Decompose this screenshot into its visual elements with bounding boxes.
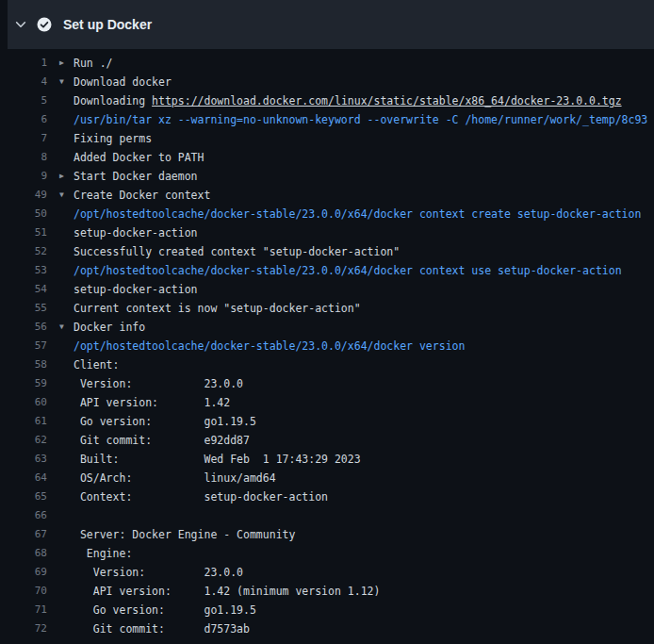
log-command-text: /opt/hostedtoolcache/docker-stable/23.0.…: [74, 207, 641, 221]
log-line: 9▶Start Docker daemon: [0, 167, 654, 186]
log-line: 5Downloading https://download.docker.com…: [0, 91, 654, 110]
check-circle-icon: [37, 17, 52, 32]
log-line: 61 Go version: go1.19.5: [0, 412, 654, 431]
log-text: /opt/hostedtoolcache/docker-stable/23.0.…: [74, 205, 654, 223]
log-line: 51setup-docker-action: [0, 223, 654, 242]
log-group-header[interactable]: ▼Download docker: [74, 73, 654, 91]
log-text-segment: Client:: [74, 358, 119, 372]
line-number[interactable]: 67: [0, 525, 47, 544]
line-number[interactable]: 64: [0, 469, 47, 487]
line-number[interactable]: 54: [0, 280, 47, 299]
log-line: 58Client:: [0, 355, 654, 374]
line-number[interactable]: 55: [0, 299, 47, 318]
line-number[interactable]: 72: [0, 619, 47, 638]
line-number[interactable]: 51: [0, 223, 47, 242]
log-command-text: /usr/bin/tar xz --warning=no-unknown-key…: [74, 113, 647, 126]
log-command-text: /opt/hostedtoolcache/docker-stable/23.0.…: [74, 264, 622, 277]
log-link[interactable]: https://download.docker.com/linux/static…: [152, 94, 622, 107]
step-header[interactable]: Set up Docker: [0, 0, 654, 49]
log-text: Version: 23.0.0: [74, 374, 654, 393]
log-text: Go version: go1.19.5: [74, 601, 654, 619]
line-number[interactable]: 63: [0, 450, 47, 469]
chevron-down-icon[interactable]: [14, 18, 27, 31]
line-number[interactable]: 58: [0, 355, 47, 374]
line-number[interactable]: 4: [0, 73, 47, 91]
log-text-segment: Version: 23.0.0: [74, 566, 243, 579]
log-line: 54setup-docker-action: [0, 280, 654, 299]
line-number[interactable]: 60: [0, 393, 47, 412]
log-text: Client:: [74, 355, 654, 374]
group-title: Docker info: [74, 321, 145, 334]
log-text: Version: 23.0.0: [74, 563, 654, 582]
log-text: Engine:: [74, 544, 654, 563]
line-number[interactable]: 53: [0, 261, 47, 280]
log-area: 1▶Run ./4▼Download docker5Downloading ht…: [0, 49, 654, 638]
triangle-right-icon[interactable]: ▶: [59, 54, 64, 73]
log-line: 4▼Download docker: [0, 73, 654, 91]
line-number[interactable]: 57: [0, 337, 47, 355]
line-number[interactable]: 62: [0, 431, 47, 450]
log-line: 63 Built: Wed Feb 1 17:43:29 2023: [0, 450, 654, 469]
log-text: API version: 1.42: [74, 393, 654, 412]
log-line: 70 API version: 1.42 (minimum version 1.…: [0, 582, 654, 601]
log-text-segment: Go version: go1.19.5: [74, 603, 256, 617]
log-text-segment: API version: 1.42: [74, 396, 230, 409]
log-text-segment: Added Docker to PATH: [74, 151, 204, 164]
line-number[interactable]: 7: [0, 129, 47, 148]
line-number[interactable]: 6: [0, 110, 47, 129]
log-text: Successfully created context "setup-dock…: [74, 242, 654, 261]
line-number[interactable]: 50: [0, 205, 47, 223]
log-command-text: /opt/hostedtoolcache/docker-stable/23.0.…: [74, 339, 465, 353]
log-text: Go version: go1.19.5: [74, 412, 654, 431]
log-line: 52Successfully created context "setup-do…: [0, 242, 654, 261]
line-number[interactable]: 70: [0, 582, 47, 601]
log-text-segment: Git commit: d7573ab: [74, 622, 250, 636]
log-line: 62 Git commit: e92dd87: [0, 431, 654, 450]
line-number[interactable]: 52: [0, 242, 47, 261]
line-number[interactable]: 66: [0, 506, 47, 525]
triangle-down-icon[interactable]: ▼: [59, 73, 64, 91]
line-number[interactable]: 68: [0, 544, 47, 563]
group-title: Start Docker daemon: [74, 170, 198, 183]
triangle-down-icon[interactable]: ▼: [59, 186, 64, 205]
log-text: setup-docker-action: [74, 223, 654, 242]
triangle-down-icon[interactable]: ▼: [59, 318, 64, 337]
log-text: Git commit: d7573ab: [74, 619, 654, 638]
log-line: 64 OS/Arch: linux/amd64: [0, 469, 654, 487]
line-number[interactable]: 61: [0, 412, 47, 431]
log-text-segment: API version: 1.42 (minimum version 1.12): [74, 585, 380, 598]
log-text-segment: setup-docker-action: [74, 283, 198, 296]
log-group-header[interactable]: ▼Docker info: [74, 318, 654, 337]
line-number[interactable]: 9: [0, 167, 47, 186]
step-log-viewer: Set up Docker 1▶Run ./4▼Download docker5…: [0, 0, 654, 638]
log-group-header[interactable]: ▶Run ./: [74, 54, 654, 73]
log-line: 57/opt/hostedtoolcache/docker-stable/23.…: [0, 337, 654, 355]
line-number[interactable]: 5: [0, 91, 47, 110]
log-text-segment: Current context is now "setup-docker-act…: [74, 302, 361, 315]
log-text: Fixing perms: [74, 129, 654, 148]
line-number[interactable]: 56: [0, 318, 47, 337]
line-number[interactable]: 71: [0, 601, 47, 619]
line-number[interactable]: 65: [0, 487, 47, 506]
log-line: 50/opt/hostedtoolcache/docker-stable/23.…: [0, 205, 654, 223]
log-line: 8Added Docker to PATH: [0, 148, 654, 167]
log-line: 71 Go version: go1.19.5: [0, 601, 654, 619]
line-number[interactable]: 69: [0, 563, 47, 582]
line-number[interactable]: 8: [0, 148, 47, 167]
triangle-right-icon[interactable]: ▶: [59, 167, 64, 186]
log-text-segment: Fixing perms: [74, 132, 152, 145]
log-line: 69 Version: 23.0.0: [0, 563, 654, 582]
log-group-header[interactable]: ▶Start Docker daemon: [74, 167, 654, 186]
log-text-segment: Version: 23.0.0: [74, 377, 243, 390]
log-text: /opt/hostedtoolcache/docker-stable/23.0.…: [74, 261, 654, 280]
log-line: 59 Version: 23.0.0: [0, 374, 654, 393]
log-text-segment: Git commit: e92dd87: [74, 434, 250, 447]
line-number[interactable]: 49: [0, 186, 47, 205]
log-text: setup-docker-action: [74, 280, 654, 299]
log-text-segment: OS/Arch: linux/amd64: [74, 471, 276, 485]
log-group-header[interactable]: ▼Create Docker context: [74, 186, 654, 205]
line-number[interactable]: 1: [0, 54, 47, 73]
log-text-segment: setup-docker-action: [74, 226, 198, 239]
line-number[interactable]: 59: [0, 374, 47, 393]
log-text-segment: Context: setup-docker-action: [74, 490, 328, 504]
